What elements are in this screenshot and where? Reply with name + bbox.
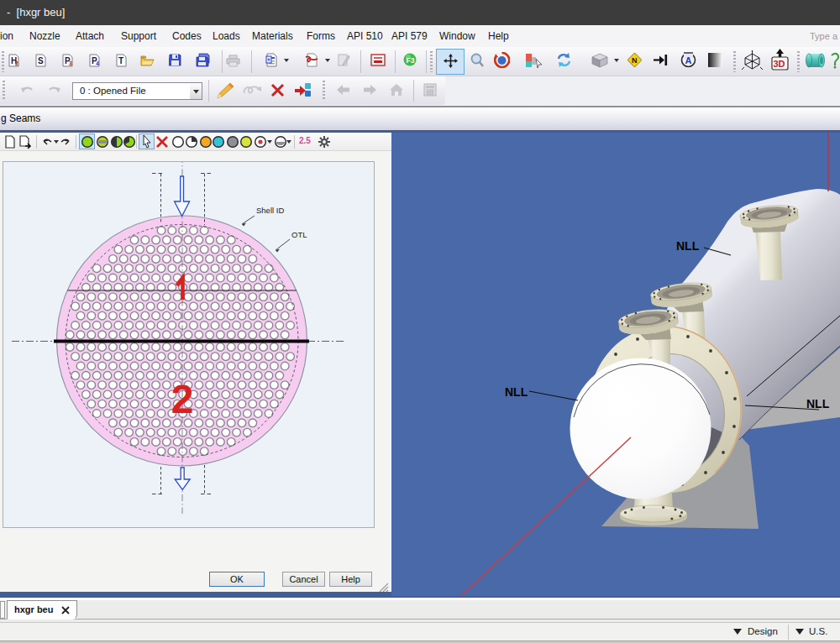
svg-text:NLL: NLL — [806, 397, 830, 410]
svg-text:2: 2 — [15, 60, 18, 66]
svg-text:3: 3 — [69, 60, 72, 66]
svg-text:T: T — [118, 56, 123, 65]
svg-text:OTL: OTL — [291, 230, 307, 239]
svg-text:A: A — [685, 55, 692, 65]
svg-text:S: S — [38, 56, 44, 65]
svg-text:2: 2 — [171, 377, 194, 421]
svg-text:NLL: NLL — [676, 239, 700, 253]
svg-text:N: N — [632, 56, 638, 65]
svg-text:3D: 3D — [774, 59, 785, 69]
svg-text:NLL: NLL — [505, 385, 528, 399]
svg-text:F3: F3 — [407, 56, 415, 65]
svg-text:Shell ID: Shell ID — [256, 206, 284, 215]
svg-text:4: 4 — [96, 60, 99, 66]
